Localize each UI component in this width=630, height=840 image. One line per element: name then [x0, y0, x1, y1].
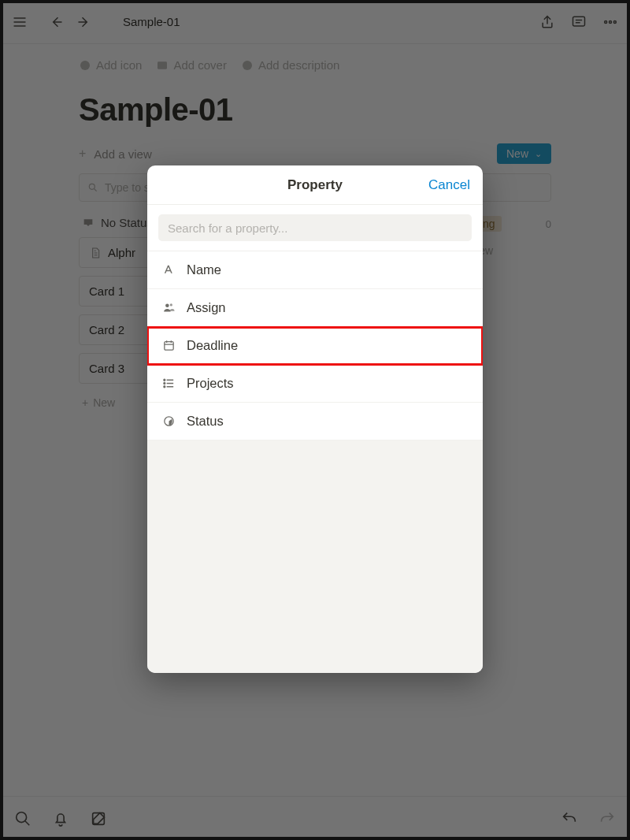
svg-point-14: [163, 383, 165, 385]
modal-header: Property Cancel: [147, 165, 483, 205]
modal-title: Property: [287, 177, 343, 193]
svg-point-11: [169, 303, 172, 306]
property-item-deadline[interactable]: Deadline: [147, 327, 483, 365]
calendar-icon: [161, 339, 176, 353]
property-label: Deadline: [187, 338, 238, 353]
status-icon: [161, 414, 176, 429]
property-list: Name Assign Deadline Projects: [147, 251, 483, 440]
property-label: Status: [187, 414, 224, 429]
property-label: Name: [187, 262, 221, 277]
modal-empty-area: [147, 440, 483, 673]
person-icon: [161, 301, 176, 315]
list-icon: [161, 377, 176, 391]
text-icon: [161, 263, 176, 277]
cancel-button[interactable]: Cancel: [428, 177, 470, 193]
app-window: Sample-01 Add icon Add cover: [0, 0, 630, 840]
property-item-projects[interactable]: Projects: [147, 365, 483, 403]
property-item-status[interactable]: Status: [147, 403, 483, 440]
property-item-assign[interactable]: Assign: [147, 289, 483, 327]
modal-search-wrap: [147, 205, 483, 251]
property-label: Assign: [187, 300, 226, 315]
property-search-input[interactable]: [158, 214, 472, 241]
svg-point-13: [163, 379, 165, 381]
svg-point-10: [165, 303, 169, 307]
svg-rect-12: [164, 342, 172, 351]
property-label: Projects: [187, 376, 234, 391]
property-picker-modal: Property Cancel Name Assign: [147, 165, 483, 673]
property-item-name[interactable]: Name: [147, 251, 483, 289]
svg-point-15: [163, 386, 165, 388]
